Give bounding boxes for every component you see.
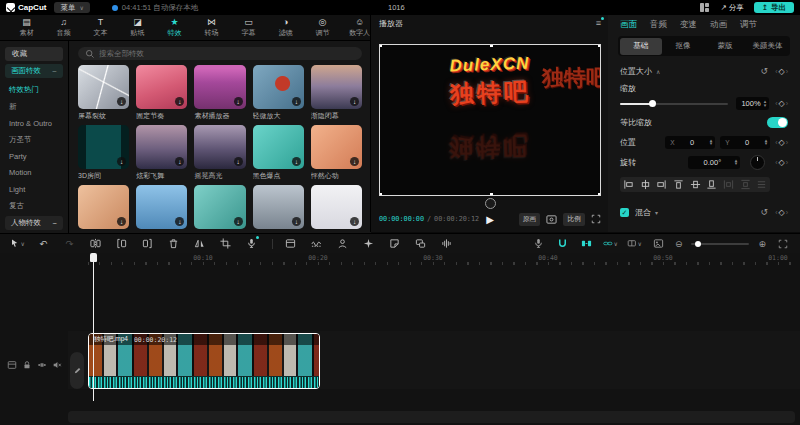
preview-axis-button[interactable]: ∨ <box>627 238 642 249</box>
scale-slider[interactable] <box>620 103 728 105</box>
effect-card[interactable]: ↓素材播放器 <box>194 65 245 121</box>
subtab-mask[interactable]: 蒙版 <box>704 38 746 55</box>
audio-wave-button[interactable] <box>439 238 454 249</box>
stepper-down-icon[interactable]: ▾ <box>710 142 713 146</box>
smart-matting-button[interactable] <box>335 238 350 249</box>
distribute-grid-button[interactable] <box>753 179 770 190</box>
sticker-panel-button[interactable] <box>387 238 402 249</box>
effect-card[interactable]: ↓ <box>78 185 129 229</box>
effect-card[interactable]: ↓摇晃高光 <box>194 125 245 181</box>
playhead-line[interactable] <box>93 253 94 401</box>
keyframe-control[interactable]: ‹◇› <box>775 99 788 108</box>
transform-handle[interactable] <box>598 44 601 47</box>
y-stepper[interactable]: ▴▾ <box>765 139 768 146</box>
fit-timeline-button[interactable] <box>775 239 790 249</box>
scale-stepper[interactable]: ▴▾ <box>764 100 767 107</box>
category-party[interactable]: Party <box>9 148 68 165</box>
focus-icon[interactable] <box>546 214 557 225</box>
keyframe-prev-icon[interactable]: ‹ <box>775 159 777 166</box>
tab-media[interactable]: ▤素材 <box>8 18 45 38</box>
cover-frame-button[interactable] <box>651 238 666 249</box>
blend-checkbox[interactable]: ✓ <box>620 208 629 217</box>
edit-cover-button[interactable] <box>70 352 84 389</box>
keyframe-control[interactable]: ‹◇› <box>775 138 788 147</box>
track-cover-icon[interactable] <box>7 360 17 370</box>
sidebar-group-character-effects[interactable]: 人物特效 − <box>5 216 63 230</box>
effect-card[interactable]: ↓怦然心动 <box>311 125 362 181</box>
effect-card[interactable]: ↓ <box>311 185 362 229</box>
transform-handle[interactable] <box>379 44 382 47</box>
subtab-beauty[interactable]: 美颜美体 <box>746 38 788 55</box>
keyframe-icon[interactable]: ◇ <box>779 138 785 147</box>
keyframe-next-icon[interactable]: › <box>786 68 788 75</box>
download-icon[interactable]: ↓ <box>175 157 184 166</box>
record-voiceover-button[interactable] <box>244 238 259 249</box>
trim-right-button[interactable] <box>140 238 155 249</box>
keyframe-control[interactable]: ‹◇› <box>775 208 788 217</box>
tab-audio-props[interactable]: 音频 <box>650 19 667 31</box>
download-icon[interactable]: ↓ <box>350 157 359 166</box>
tab-audio[interactable]: ♫音频 <box>45 18 82 38</box>
delete-button[interactable] <box>166 238 181 249</box>
subtab-basic[interactable]: 基础 <box>620 38 662 55</box>
stepper-down-icon[interactable]: ▾ <box>735 162 738 166</box>
distribute-v-button[interactable] <box>737 179 754 190</box>
download-icon[interactable]: ↓ <box>175 217 184 226</box>
audio-denoise-button[interactable] <box>309 238 324 249</box>
effect-card[interactable]: ↓3D房间 <box>78 125 129 181</box>
keyframe-prev-icon[interactable]: ‹ <box>775 209 777 216</box>
rotation-field[interactable]: 0.00° ▴▾ <box>688 156 740 169</box>
uniform-scale-toggle[interactable] <box>767 117 788 128</box>
stepper-down-icon[interactable]: ▾ <box>765 142 768 146</box>
timeline-zoom-in-icon[interactable]: ⊕ <box>758 239 766 249</box>
pip-button[interactable] <box>413 238 428 249</box>
effect-card[interactable]: ↓ <box>136 185 187 229</box>
keyframe-icon[interactable]: ◇ <box>779 208 785 217</box>
align-center-h-button[interactable] <box>637 179 654 190</box>
lock-icon[interactable] <box>22 360 32 370</box>
caret-down-icon[interactable]: ▾ <box>655 209 658 216</box>
chevron-up-icon[interactable]: ∧ <box>656 68 660 75</box>
position-x-field[interactable]: X 0 ▴▾ <box>665 136 715 149</box>
keyframe-icon[interactable]: ◇ <box>779 158 785 167</box>
play-button[interactable]: ▶ <box>486 214 494 225</box>
category-new[interactable]: 新 <box>9 99 68 116</box>
tab-effects[interactable]: ★特效 <box>156 18 193 38</box>
menu-button[interactable]: 菜单 ∨ <box>54 2 89 13</box>
align-right-button[interactable] <box>653 179 670 190</box>
keyframe-prev-icon[interactable]: ‹ <box>775 139 777 146</box>
keyframe-next-icon[interactable]: › <box>786 100 788 107</box>
category-hot[interactable]: 特效热门 <box>9 82 68 99</box>
quality-selector[interactable]: 原画 <box>519 213 541 226</box>
timeline-zoom-slider[interactable] <box>691 243 749 245</box>
mute-icon[interactable] <box>52 360 62 370</box>
category-retro[interactable]: 复古 <box>9 198 68 215</box>
player-menu-icon[interactable]: ≡ <box>596 19 601 28</box>
align-middle-v-button[interactable] <box>687 179 704 190</box>
reset-icon[interactable]: ↺ <box>761 66 769 76</box>
download-icon[interactable]: ↓ <box>175 97 184 106</box>
keyframe-icon[interactable]: ◇ <box>779 99 785 108</box>
search-input[interactable] <box>99 49 355 58</box>
keyframe-prev-icon[interactable]: ‹ <box>775 100 777 107</box>
keyframe-icon[interactable]: ◇ <box>779 67 785 76</box>
tab-animation[interactable]: 动画 <box>710 19 727 31</box>
tab-captions[interactable]: ▭字幕 <box>230 18 267 38</box>
microphone-button[interactable] <box>531 238 546 249</box>
tab-adjustment[interactable]: 调节 <box>740 19 757 31</box>
download-icon[interactable]: ↓ <box>117 97 126 106</box>
export-button[interactable]: ↥ 导出 <box>754 2 794 13</box>
tab-speed[interactable]: 变速 <box>680 19 697 31</box>
effect-card[interactable]: ↓轻微放大 <box>253 65 304 121</box>
rotate-handle[interactable] <box>485 198 496 209</box>
auto-snap-button[interactable] <box>579 238 594 249</box>
time-ruler[interactable]: 00:10 00:20 00:30 00:40 00:50 01:00 <box>88 253 800 266</box>
slider-knob[interactable] <box>695 241 701 247</box>
x-stepper[interactable]: ▴▾ <box>710 139 713 146</box>
tab-text[interactable]: T文本 <box>82 18 119 38</box>
category-intro-outro[interactable]: Intro & Outro <box>9 115 68 132</box>
eye-icon[interactable] <box>37 360 47 370</box>
keyframe-next-icon[interactable]: › <box>786 139 788 146</box>
mirror-button[interactable] <box>192 238 207 249</box>
download-icon[interactable]: ↓ <box>117 217 126 226</box>
